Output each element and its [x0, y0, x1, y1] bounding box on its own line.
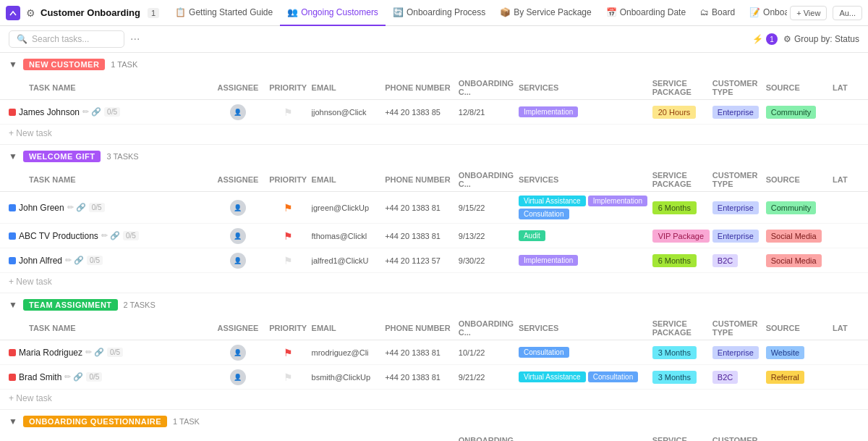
group-label-onboarding-questionnaire: ONBOARDING QUESTIONNAIRE — [23, 416, 167, 427]
task-action-icons: ✏ 🔗 — [82, 107, 101, 117]
avatar: 👤 — [230, 253, 246, 269]
priority-flag-empty: ⚑ — [284, 371, 293, 383]
task-assignee[interactable]: 👤 — [211, 228, 265, 244]
col-header-service-pkg: SERVICE PACKAGE — [652, 171, 712, 188]
group-toggle-icon[interactable]: ▼ — [9, 416, 17, 427]
customer-type-tag: Enterprise — [712, 201, 759, 214]
task-phone: +44 20 1383 85 — [385, 108, 459, 117]
priority-flag-empty: ⚑ — [284, 255, 293, 266]
onboarding-questionnaire-tab-label: Onboarding Questionnaire — [763, 7, 787, 17]
tab-onboarding-questionnaire[interactable]: 📝 Onboarding Questionnaire — [742, 0, 787, 26]
add-task-button[interactable]: + New task — [9, 128, 52, 138]
tab-board[interactable]: 🗂 Board — [693, 0, 742, 26]
group-toggle-icon[interactable]: ▼ — [9, 151, 17, 161]
task-phone: +44 20 1123 57 — [385, 256, 459, 265]
new-task-row: + New task — [0, 390, 868, 409]
task-table: ▼ NEW CUSTOMER 1 TASK TASK NAME ASSIGNEE… — [0, 53, 868, 441]
task-action-icons: ✏ 🔗 — [65, 256, 84, 265]
tab-by-service-package[interactable]: 📦 By Service Package — [493, 0, 598, 26]
task-assignee[interactable]: 👤 — [211, 253, 265, 269]
source-tag: Social Media — [766, 254, 822, 267]
add-task-button[interactable]: + New task — [9, 393, 52, 403]
col-header-customer-type: CUSTOMER TYPE — [712, 436, 766, 441]
ongoing-customers-tab-label: Ongoing Customers — [301, 7, 378, 17]
customer-type-tag: B2C — [712, 371, 738, 384]
task-name-text[interactable]: John Green — [19, 203, 64, 213]
task-name-text[interactable]: Brad Smith — [19, 372, 61, 382]
source-tag: Community — [766, 106, 817, 119]
add-task-button[interactable]: + New task — [9, 277, 52, 287]
task-priority[interactable]: ⚑ — [265, 255, 312, 266]
new-task-row: + New task — [0, 273, 868, 293]
task-name-text[interactable]: John Alfred — [19, 256, 62, 266]
task-priority[interactable]: ⚑ — [265, 202, 312, 214]
task-email: jalfred1@ClickU — [312, 256, 386, 265]
tab-getting-started[interactable]: 📋 Getting Started Guide — [168, 0, 280, 26]
customer-type-tag: Enterprise — [712, 346, 759, 359]
task-customer-type: Enterprise — [712, 106, 766, 119]
task-source: Social Media — [766, 254, 833, 267]
task-priority[interactable]: ⚑ — [265, 371, 312, 383]
group-task-count-onboarding-questionnaire: 1 TASK — [173, 417, 200, 426]
task-source: Community — [766, 106, 833, 119]
getting-started-tab-label: Getting Started Guide — [189, 7, 273, 17]
task-name-text[interactable]: Maria Rodriguez — [19, 348, 82, 358]
search-box[interactable]: 🔍 Search tasks... — [9, 30, 124, 48]
task-service-package: VIP Package — [652, 230, 712, 243]
avatar: 👤 — [230, 369, 246, 385]
table-row: John Green ✏ 🔗 0/5 👤 ⚑ jgreen@ClickUp +4… — [0, 192, 868, 224]
column-headers: TASK NAME ASSIGNEE PRIORITY EMAIL PHONE … — [0, 433, 868, 441]
task-assignee[interactable]: 👤 — [211, 345, 265, 361]
group-header-onboarding-questionnaire[interactable]: ▼ ONBOARDING QUESTIONNAIRE 1 TASK — [0, 410, 868, 433]
col-header-assignee: ASSIGNEE — [211, 324, 265, 332]
source-tag: Website — [766, 346, 805, 359]
onboarding-date-tab-label: Onboarding Date — [620, 7, 686, 17]
task-priority[interactable]: ⚑ — [265, 347, 312, 358]
col-header-email: EMAIL — [312, 175, 386, 184]
task-action-icons: ✏ 🔗 — [101, 231, 120, 240]
task-assignee[interactable]: 👤 — [211, 200, 265, 216]
col-header-assignee: ASSIGNEE — [211, 83, 265, 92]
priority-flag-orange: ⚑ — [284, 202, 293, 214]
col-header-source: SOURCE — [766, 324, 833, 332]
svg-rect-0 — [9, 9, 17, 17]
onboarding-process-tab-icon: 🔄 — [393, 7, 404, 17]
board-tab-label: Board — [712, 7, 735, 17]
task-name-text[interactable]: ABC TV Productions — [19, 231, 98, 241]
more-options-icon[interactable]: ··· — [130, 33, 140, 46]
tab-onboarding-date[interactable]: 📅 Onboarding Date — [599, 0, 693, 26]
col-header-phone: PHONE NUMBER — [385, 83, 459, 92]
task-assignee[interactable]: 👤 — [211, 369, 265, 385]
group-header-new-customer[interactable]: ▼ NEW CUSTOMER 1 TASK — [0, 53, 868, 76]
group-header-welcome-gift[interactable]: ▼ WELCOME GIFT 3 TASKS — [0, 145, 868, 168]
tab-ongoing-customers[interactable]: 👥 Ongoing Customers — [280, 0, 386, 26]
task-customer-type: Enterprise — [712, 230, 766, 243]
source-tag: Community — [766, 201, 817, 214]
task-priority[interactable]: ⚑ — [265, 230, 312, 242]
column-headers: TASK NAME ASSIGNEE PRIORITY EMAIL PHONE … — [0, 168, 868, 192]
col-header-customer-type: CUSTOMER TYPE — [712, 319, 766, 337]
task-name-text[interactable]: James Johnson — [19, 107, 80, 117]
col-header-service-pkg: SERVICE PACKAGE — [652, 436, 712, 441]
task-customer-type: B2C — [712, 371, 766, 384]
col-header-task: TASK NAME — [9, 175, 211, 184]
task-assignee[interactable]: 👤 — [211, 104, 265, 120]
col-header-task: TASK NAME — [9, 83, 211, 92]
filter-button[interactable]: ⚡ 1 — [752, 33, 778, 45]
group-toggle-icon[interactable]: ▼ — [9, 59, 17, 70]
group-by-selector[interactable]: ⚙ Group by: Status — [783, 34, 859, 44]
group-toggle-icon[interactable]: ▼ — [9, 300, 17, 310]
task-color-dot — [9, 257, 16, 264]
search-icon: 🔍 — [17, 34, 27, 44]
group-header-team-assignment[interactable]: ▼ TEAM ASSIGNMENT 2 TASKS — [0, 293, 868, 316]
auto-button[interactable]: Au... — [833, 6, 862, 20]
avatar: 👤 — [230, 228, 246, 244]
col-header-source: SOURCE — [766, 83, 833, 92]
task-source: Referral — [766, 371, 833, 384]
task-priority[interactable]: ⚑ — [265, 106, 312, 118]
task-email: mrodriguez@Cli — [312, 348, 386, 357]
task-source: Social Media — [766, 230, 833, 243]
settings-icon[interactable]: ⚙ — [23, 6, 38, 20]
view-button[interactable]: + View — [790, 6, 827, 20]
tab-onboarding-process[interactable]: 🔄 Onboarding Process — [386, 0, 493, 26]
